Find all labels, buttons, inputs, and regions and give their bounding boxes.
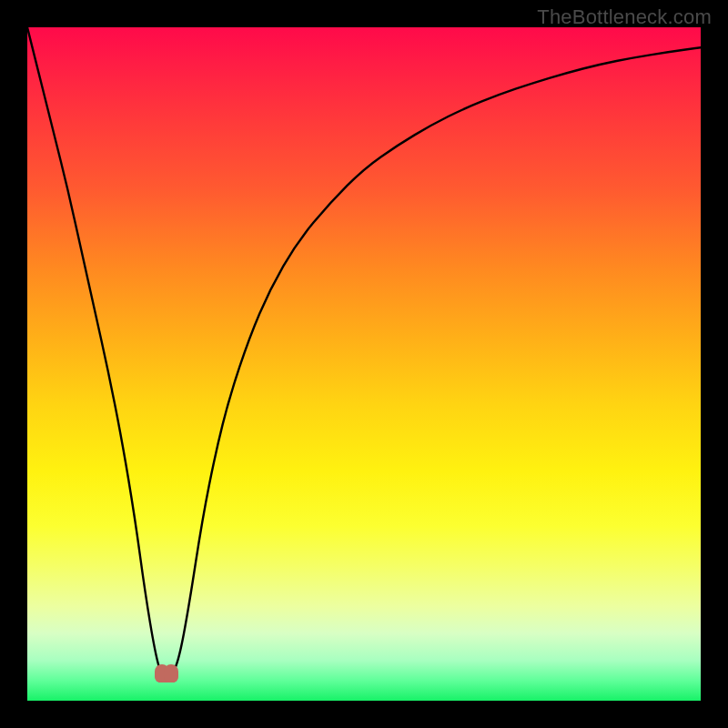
bottleneck-curve (27, 27, 701, 677)
watermark-text: TheBottleneck.com (537, 5, 712, 29)
minimum-marker-right (164, 664, 178, 682)
plot-gradient-area (27, 27, 701, 701)
curve-svg (27, 27, 701, 701)
